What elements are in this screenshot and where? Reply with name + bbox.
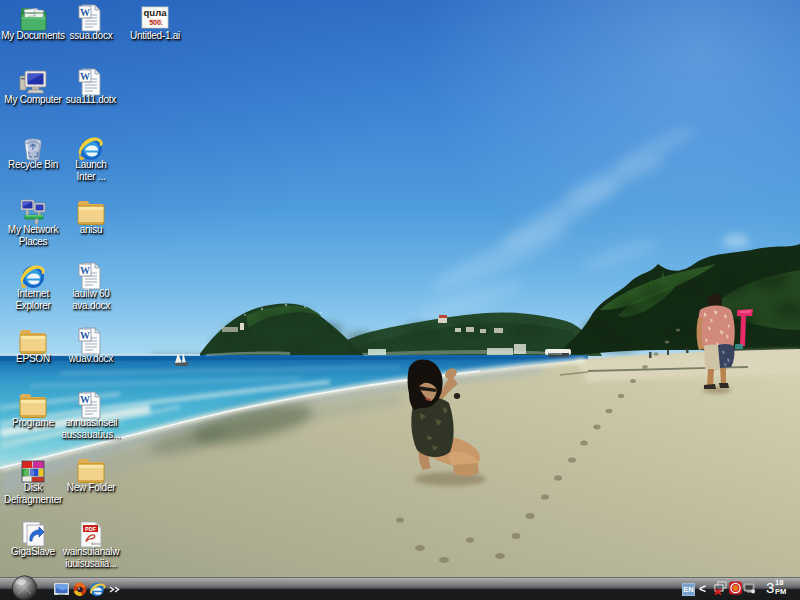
svg-text:quлa: quлa xyxy=(144,7,168,18)
svg-text:PDF: PDF xyxy=(85,526,97,532)
svg-text:500.: 500. xyxy=(149,19,163,26)
